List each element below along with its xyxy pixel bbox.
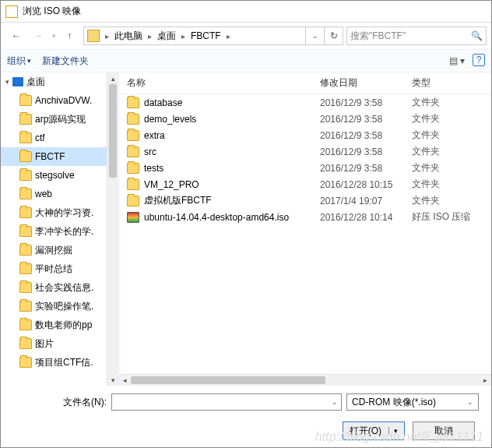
tree-item[interactable]: web: [1, 185, 118, 203]
scrollbar-thumb[interactable]: [109, 84, 117, 178]
tree-item[interactable]: ctf: [1, 129, 118, 147]
folder-icon: [19, 357, 32, 368]
breadcrumb[interactable]: ▸ 此电脑 ▸ 桌面 ▸ FBCTF ▸ ⌄ ↻: [83, 26, 343, 45]
folder-icon: [19, 263, 32, 274]
folder-icon: [19, 319, 32, 330]
organize-menu[interactable]: 组织 ▾: [7, 55, 31, 68]
scroll-up-icon[interactable]: ▴: [107, 72, 118, 84]
dropdown-icon[interactable]: ⌄: [305, 26, 324, 45]
help-button[interactable]: ?: [473, 54, 485, 66]
tree-item[interactable]: 平时总结: [1, 259, 118, 278]
cancel-button[interactable]: 取消: [413, 422, 475, 440]
new-folder-button[interactable]: 新建文件夹: [42, 55, 89, 68]
titlebar: 浏览 ISO 映像: [1, 1, 491, 23]
folder-icon: [127, 196, 139, 206]
back-button[interactable]: ←: [5, 25, 27, 47]
history-dropdown-icon[interactable]: ▾: [49, 25, 58, 47]
file-row[interactable]: 虚拟机版FBCTF2017/1/4 19:07文件夹: [119, 192, 491, 209]
tree-item[interactable]: 实验吧操作笔.: [1, 297, 118, 316]
file-row[interactable]: extra2016/12/9 3:58文件夹: [119, 127, 491, 143]
folder-icon: [19, 226, 32, 237]
tree-panel: ▾ 桌面AnchivaDVW.arp源码实现ctfFBCTFstegsolvew…: [1, 72, 119, 386]
folder-icon: [19, 207, 32, 218]
file-row[interactable]: demo_levels2016/12/9 3:58文件夹: [119, 111, 491, 127]
folder-icon: [19, 338, 32, 349]
folder-icon: [19, 170, 32, 181]
chevron-down-icon: ▾: [27, 57, 31, 65]
chevron-right-icon[interactable]: ▸: [179, 32, 188, 41]
folder-icon: [127, 114, 139, 125]
file-row[interactable]: database2016/12/9 3:58文件夹: [119, 94, 491, 111]
file-row[interactable]: ubuntu-14.04.4-desktop-amd64.iso2016/12/…: [119, 209, 491, 225]
filename-input[interactable]: ⌄: [111, 393, 342, 411]
search-placeholder: 搜索"FBCTF": [350, 30, 406, 43]
nav-row: ← → ▾ ↑ ▸ 此电脑 ▸ 桌面 ▸ FBCTF ▸ ⌄ ↻ 搜索"FBCT…: [1, 23, 491, 49]
split-arrow-icon: ▾: [388, 427, 398, 435]
tree-item[interactable]: stegsolve: [1, 166, 118, 185]
tree-item[interactable]: AnchivaDVW.: [1, 91, 118, 110]
folder-icon: [19, 114, 32, 125]
search-icon: 🔍: [471, 30, 483, 41]
body: ▾ 桌面AnchivaDVW.arp源码实现ctfFBCTFstegsolvew…: [1, 72, 491, 386]
folder-icon: [127, 130, 139, 141]
tree-item[interactable]: 社会实践信息.: [1, 278, 118, 297]
horizontal-scrollbar[interactable]: ◂ ▸: [119, 374, 491, 386]
tree-item[interactable]: 漏洞挖掘: [1, 241, 118, 259]
tree-item[interactable]: 大神的学习资.: [1, 203, 118, 222]
column-name[interactable]: 名称: [119, 76, 320, 90]
breadcrumb-item[interactable]: FBCTF: [188, 27, 224, 44]
folder-icon: [19, 132, 32, 143]
folder-icon: [19, 95, 32, 106]
app-icon: [5, 5, 18, 18]
breadcrumb-item[interactable]: 桌面: [154, 27, 179, 44]
vertical-scrollbar[interactable]: ▴ ▾: [107, 72, 118, 386]
search-input[interactable]: 搜索"FBCTF" 🔍: [346, 26, 487, 45]
tree-item[interactable]: 李冲学长的学.: [1, 222, 118, 241]
open-button[interactable]: 打开(O) ▾: [343, 422, 405, 440]
tree-item[interactable]: 项目组CTF信.: [1, 353, 118, 372]
chevron-right-icon[interactable]: ▸: [146, 32, 154, 41]
desktop-icon: [12, 77, 23, 86]
column-date[interactable]: 修改日期: [320, 76, 412, 90]
folder-icon: [19, 301, 32, 312]
tree-item[interactable]: 数电老师的pp: [1, 316, 118, 334]
filename-label: 文件名(N):: [13, 396, 107, 409]
tree-item[interactable]: arp源码实现: [1, 110, 118, 129]
tree-item[interactable]: 图片: [1, 334, 118, 353]
footer: 文件名(N): ⌄ CD-ROM 映像(*.iso) ⌄ 打开(O) ▾ 取消: [1, 386, 491, 442]
folder-icon: [87, 30, 100, 42]
file-row[interactable]: VM_12_PRO2016/12/28 10:15文件夹: [119, 176, 491, 192]
up-button[interactable]: ↑: [58, 25, 80, 47]
folder-icon: [19, 245, 32, 256]
toolbar: 组织 ▾ 新建文件夹 ▤ ▾ ?: [1, 49, 491, 72]
chevron-down-icon[interactable]: ⌄: [332, 398, 338, 406]
column-headers: 名称 修改日期 类型: [119, 72, 491, 94]
folder-icon: [19, 151, 32, 162]
window-title: 浏览 ISO 映像: [23, 5, 81, 18]
chevron-down-icon[interactable]: ⌄: [467, 398, 473, 406]
folder-icon: [127, 179, 139, 190]
column-type[interactable]: 类型: [412, 76, 491, 90]
folder-icon: [127, 163, 139, 174]
folder-icon: [19, 282, 32, 293]
folder-icon: [127, 146, 139, 157]
scroll-left-icon[interactable]: ◂: [119, 375, 131, 386]
file-row[interactable]: tests2016/12/9 3:58文件夹: [119, 160, 491, 176]
scroll-right-icon[interactable]: ▸: [480, 375, 491, 386]
filetype-filter[interactable]: CD-ROM 映像(*.iso) ⌄: [346, 393, 479, 411]
refresh-button[interactable]: ↻: [324, 26, 343, 45]
folder-icon: [19, 189, 32, 199]
scrollbar-thumb[interactable]: [131, 376, 325, 384]
forward-button[interactable]: →: [27, 25, 49, 47]
file-list-panel: 名称 修改日期 类型 database2016/12/9 3:58文件夹demo…: [119, 72, 491, 386]
tree-item[interactable]: FBCTF: [1, 147, 118, 166]
chevron-right-icon[interactable]: ▸: [103, 32, 111, 41]
iso-icon: [127, 212, 139, 223]
folder-icon: [127, 97, 139, 108]
breadcrumb-item[interactable]: 此电脑: [111, 27, 146, 44]
tree-desktop[interactable]: ▾ 桌面: [1, 72, 118, 91]
view-button[interactable]: ▤ ▾: [446, 54, 468, 68]
scroll-down-icon[interactable]: ▾: [107, 374, 118, 386]
chevron-right-icon[interactable]: ▸: [224, 32, 233, 41]
file-row[interactable]: src2016/12/9 3:58文件夹: [119, 143, 491, 160]
